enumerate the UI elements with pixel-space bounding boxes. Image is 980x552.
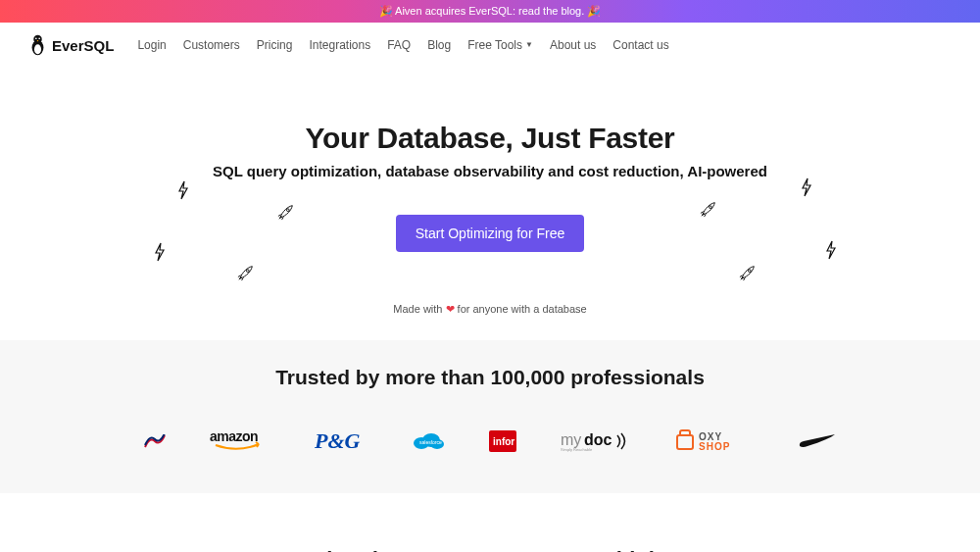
nav-links: Login Customers Pricing Integrations FAQ… <box>137 38 668 52</box>
svg-text:amazon: amazon <box>210 428 258 444</box>
testimonials-section: What do EverSQL customers think? <box>0 493 980 552</box>
salesforce-logo: salesforce <box>412 428 445 454</box>
svg-text:doc: doc <box>584 431 612 448</box>
logo-text: EverSQL <box>52 37 114 54</box>
svg-point-2 <box>33 35 41 43</box>
lightning-icon <box>800 177 813 201</box>
rocket-icon <box>237 264 255 285</box>
bankofamerica-logo <box>144 428 166 454</box>
nav-login[interactable]: Login <box>137 38 166 52</box>
hero-title: Your Database, Just Faster <box>0 122 980 155</box>
mydoc-logo: mydoc Simply Reachable <box>561 428 631 454</box>
rocket-icon <box>739 264 757 285</box>
nav-free-tools-label: Free Tools <box>467 38 522 52</box>
cta-start-optimizing[interactable]: Start Optimizing for Free <box>396 215 585 252</box>
svg-text:salesforce: salesforce <box>419 439 442 445</box>
nav-integrations[interactable]: Integrations <box>309 38 370 52</box>
hero-subtitle: SQL query optimization, database observa… <box>0 163 980 179</box>
rocket-icon <box>277 203 295 225</box>
svg-point-9 <box>748 270 751 273</box>
svg-rect-21 <box>677 435 693 449</box>
heart-icon: ❤ <box>446 303 455 315</box>
infor-logo: infor <box>489 428 516 454</box>
nike-logo <box>798 428 837 454</box>
logo[interactable]: EverSQL <box>29 34 114 56</box>
nav-about[interactable]: About us <box>550 38 596 52</box>
svg-point-4 <box>38 37 40 39</box>
customer-logos-row: amazon P&G salesforce infor <box>0 428 980 454</box>
svg-point-3 <box>35 37 37 39</box>
trusted-heading: Trusted by more than 100,000 professiona… <box>0 366 980 389</box>
lightning-icon <box>176 180 190 204</box>
announcement-bar[interactable]: 🎉 Aiven acquires EverSQL: read the blog.… <box>0 0 980 23</box>
svg-point-7 <box>246 270 249 273</box>
nav-faq[interactable]: FAQ <box>387 38 411 52</box>
pg-logo: P&G <box>315 428 368 454</box>
lightning-icon <box>153 242 167 266</box>
chevron-down-icon: ▼ <box>525 41 533 49</box>
svg-text:P&G: P&G <box>315 429 361 453</box>
navbar: EverSQL Login Customers Pricing Integrat… <box>29 23 951 68</box>
nav-blog[interactable]: Blog <box>427 38 451 52</box>
svg-text:SHOP: SHOP <box>699 441 730 452</box>
svg-text:Simply Reachable: Simply Reachable <box>561 447 593 452</box>
nav-contact[interactable]: Contact us <box>612 38 668 52</box>
announcement-text: 🎉 Aiven acquires EverSQL: read the blog.… <box>379 5 602 17</box>
svg-point-8 <box>709 206 711 209</box>
nav-free-tools[interactable]: Free Tools ▼ <box>467 38 533 52</box>
svg-point-1 <box>34 44 41 54</box>
svg-text:my: my <box>561 431 581 448</box>
rocket-icon <box>700 200 717 222</box>
made-with-text: Made with ❤ for anyone with a database <box>0 303 980 316</box>
nav-pricing[interactable]: Pricing <box>257 38 293 52</box>
hero-section: Your Database, Just Faster SQL query opt… <box>0 68 980 326</box>
nav-customers[interactable]: Customers <box>183 38 240 52</box>
trusted-section: Trusted by more than 100,000 professiona… <box>0 340 980 493</box>
amazon-logo: amazon <box>210 428 270 454</box>
svg-text:infor: infor <box>493 436 514 447</box>
lightning-icon <box>824 240 838 264</box>
testimonials-heading: What do EverSQL customers think? <box>0 547 980 552</box>
svg-point-6 <box>286 209 289 212</box>
oxyshop-logo: OXY SHOP <box>675 428 754 454</box>
penguin-icon <box>29 34 46 56</box>
